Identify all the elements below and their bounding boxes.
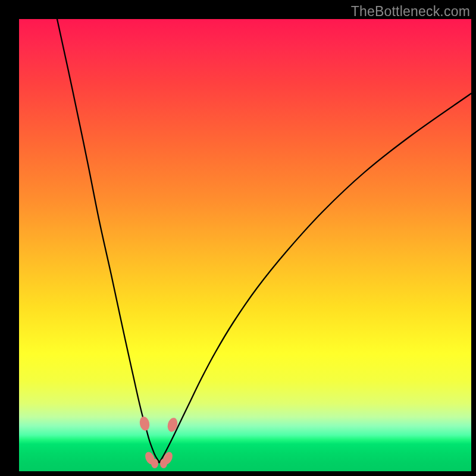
curve-left-branch — [57, 19, 159, 462]
curve-right-branch — [159, 93, 471, 462]
curve-bead — [166, 416, 178, 433]
plot-area — [19, 19, 471, 471]
watermark-text: TheBottleneck.com — [351, 4, 470, 20]
curve-bead — [139, 416, 151, 432]
chart-stage: TheBottleneck.com — [0, 0, 476, 476]
curve-bead — [160, 459, 167, 468]
curve-bead — [151, 459, 158, 468]
curve-layer — [19, 19, 471, 471]
